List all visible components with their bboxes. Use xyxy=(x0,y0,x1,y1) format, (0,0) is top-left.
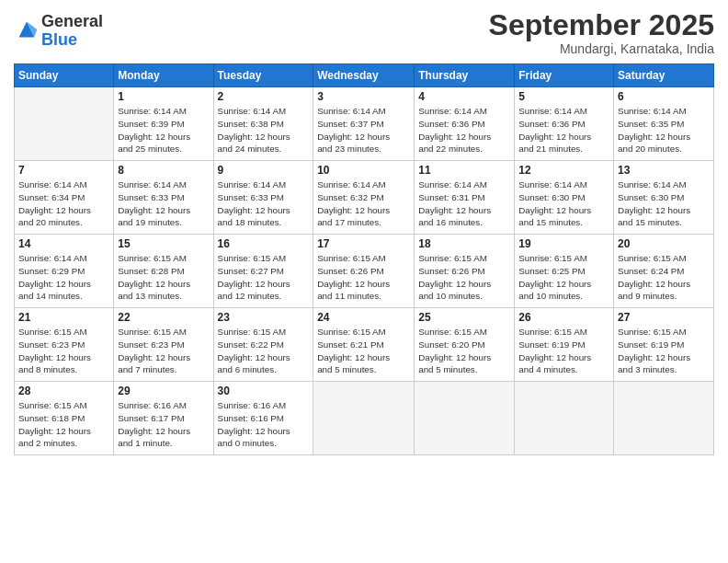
calendar-cell: 7Sunrise: 6:14 AM Sunset: 6:34 PM Daylig… xyxy=(15,161,114,235)
calendar-cell: 6Sunrise: 6:14 AM Sunset: 6:35 PM Daylig… xyxy=(614,87,714,161)
day-info: Sunrise: 6:15 AM Sunset: 6:22 PM Dayligh… xyxy=(218,326,310,376)
calendar-header-row: SundayMondayTuesdayWednesdayThursdayFrid… xyxy=(15,64,714,87)
day-info: Sunrise: 6:14 AM Sunset: 6:33 PM Dayligh… xyxy=(118,178,209,229)
day-number: 22 xyxy=(118,311,209,324)
calendar-cell: 14Sunrise: 6:14 AM Sunset: 6:29 PM Dayli… xyxy=(15,235,114,308)
day-info: Sunrise: 6:15 AM Sunset: 6:25 PM Dayligh… xyxy=(518,252,609,303)
day-info: Sunrise: 6:14 AM Sunset: 6:35 PM Dayligh… xyxy=(618,105,710,155)
day-info: Sunrise: 6:16 AM Sunset: 6:16 PM Dayligh… xyxy=(218,399,310,450)
month-title: September 2025 xyxy=(489,9,714,41)
calendar-cell: 27Sunrise: 6:15 AM Sunset: 6:19 PM Dayli… xyxy=(614,308,714,382)
day-info: Sunrise: 6:15 AM Sunset: 6:19 PM Dayligh… xyxy=(518,326,609,376)
day-number: 9 xyxy=(218,164,310,177)
logo-general-text: General xyxy=(41,13,103,31)
day-number: 21 xyxy=(18,311,109,324)
calendar-cell: 18Sunrise: 6:15 AM Sunset: 6:26 PM Dayli… xyxy=(415,235,515,308)
day-number: 13 xyxy=(618,164,710,177)
calendar-cell: 10Sunrise: 6:14 AM Sunset: 6:32 PM Dayli… xyxy=(313,161,415,235)
logo: General Blue xyxy=(14,13,103,50)
calendar-cell: 19Sunrise: 6:15 AM Sunset: 6:25 PM Dayli… xyxy=(515,235,614,308)
calendar-week-row: 28Sunrise: 6:15 AM Sunset: 6:18 PM Dayli… xyxy=(15,382,714,455)
day-number: 17 xyxy=(317,237,410,250)
day-info: Sunrise: 6:15 AM Sunset: 6:26 PM Dayligh… xyxy=(418,252,510,303)
day-number: 11 xyxy=(418,164,510,177)
logo-blue-text: Blue xyxy=(41,31,103,50)
day-number: 12 xyxy=(518,164,609,177)
day-number: 8 xyxy=(118,164,209,177)
day-info: Sunrise: 6:15 AM Sunset: 6:20 PM Dayligh… xyxy=(418,326,510,376)
day-number: 28 xyxy=(18,385,109,397)
day-number: 23 xyxy=(218,311,310,324)
day-info: Sunrise: 6:14 AM Sunset: 6:30 PM Dayligh… xyxy=(618,178,710,229)
day-number: 16 xyxy=(218,237,310,250)
day-info: Sunrise: 6:14 AM Sunset: 6:32 PM Dayligh… xyxy=(317,178,410,229)
calendar-cell xyxy=(614,382,714,455)
day-number: 14 xyxy=(18,237,109,250)
calendar-cell: 1Sunrise: 6:14 AM Sunset: 6:39 PM Daylig… xyxy=(114,87,213,161)
day-header-sunday: Sunday xyxy=(15,64,114,87)
calendar-table: SundayMondayTuesdayWednesdayThursdayFrid… xyxy=(14,63,714,455)
calendar-cell: 24Sunrise: 6:15 AM Sunset: 6:21 PM Dayli… xyxy=(313,308,415,382)
day-info: Sunrise: 6:14 AM Sunset: 6:30 PM Dayligh… xyxy=(518,178,609,229)
calendar-cell: 13Sunrise: 6:14 AM Sunset: 6:30 PM Dayli… xyxy=(614,161,714,235)
logo-text: General Blue xyxy=(41,13,103,50)
day-number: 3 xyxy=(317,90,410,103)
calendar-cell: 11Sunrise: 6:14 AM Sunset: 6:31 PM Dayli… xyxy=(415,161,515,235)
calendar-cell xyxy=(515,382,614,455)
calendar-week-row: 14Sunrise: 6:14 AM Sunset: 6:29 PM Dayli… xyxy=(15,235,714,308)
day-number: 1 xyxy=(118,90,209,103)
day-number: 18 xyxy=(418,237,510,250)
day-info: Sunrise: 6:15 AM Sunset: 6:23 PM Dayligh… xyxy=(18,326,109,376)
calendar-cell: 5Sunrise: 6:14 AM Sunset: 6:36 PM Daylig… xyxy=(515,87,614,161)
calendar-week-row: 21Sunrise: 6:15 AM Sunset: 6:23 PM Dayli… xyxy=(15,308,714,382)
day-number: 10 xyxy=(317,164,410,177)
calendar-cell: 30Sunrise: 6:16 AM Sunset: 6:16 PM Dayli… xyxy=(213,382,313,455)
day-number: 6 xyxy=(618,90,710,103)
title-block: September 2025 Mundargi, Karnataka, Indi… xyxy=(489,9,714,56)
day-number: 25 xyxy=(418,311,510,324)
day-header-wednesday: Wednesday xyxy=(313,64,415,87)
day-number: 5 xyxy=(518,90,609,103)
day-header-thursday: Thursday xyxy=(415,64,515,87)
day-number: 26 xyxy=(518,311,609,324)
day-info: Sunrise: 6:14 AM Sunset: 6:36 PM Dayligh… xyxy=(518,105,609,155)
calendar-cell: 25Sunrise: 6:15 AM Sunset: 6:20 PM Dayli… xyxy=(415,308,515,382)
calendar-cell: 21Sunrise: 6:15 AM Sunset: 6:23 PM Dayli… xyxy=(15,308,114,382)
day-info: Sunrise: 6:15 AM Sunset: 6:27 PM Dayligh… xyxy=(218,252,310,303)
day-number: 20 xyxy=(618,237,710,250)
calendar-cell xyxy=(313,382,415,455)
calendar-cell: 23Sunrise: 6:15 AM Sunset: 6:22 PM Dayli… xyxy=(213,308,313,382)
calendar-cell: 12Sunrise: 6:14 AM Sunset: 6:30 PM Dayli… xyxy=(515,161,614,235)
day-number: 15 xyxy=(118,237,209,250)
calendar-cell: 20Sunrise: 6:15 AM Sunset: 6:24 PM Dayli… xyxy=(614,235,714,308)
day-info: Sunrise: 6:15 AM Sunset: 6:28 PM Dayligh… xyxy=(118,252,209,303)
day-number: 2 xyxy=(218,90,310,103)
day-number: 4 xyxy=(418,90,510,103)
calendar-cell: 16Sunrise: 6:15 AM Sunset: 6:27 PM Dayli… xyxy=(213,235,313,308)
calendar-cell: 8Sunrise: 6:14 AM Sunset: 6:33 PM Daylig… xyxy=(114,161,213,235)
calendar-cell: 2Sunrise: 6:14 AM Sunset: 6:38 PM Daylig… xyxy=(213,87,313,161)
day-info: Sunrise: 6:14 AM Sunset: 6:29 PM Dayligh… xyxy=(18,252,109,303)
calendar-cell xyxy=(415,382,515,455)
day-header-monday: Monday xyxy=(114,64,213,87)
page: General Blue September 2025 Mundargi, Ka… xyxy=(0,0,728,563)
day-info: Sunrise: 6:14 AM Sunset: 6:33 PM Dayligh… xyxy=(218,178,310,229)
day-header-saturday: Saturday xyxy=(614,64,714,87)
calendar-cell: 9Sunrise: 6:14 AM Sunset: 6:33 PM Daylig… xyxy=(213,161,313,235)
day-info: Sunrise: 6:14 AM Sunset: 6:36 PM Dayligh… xyxy=(418,105,510,155)
calendar-cell xyxy=(15,87,114,161)
calendar-cell: 28Sunrise: 6:15 AM Sunset: 6:18 PM Dayli… xyxy=(15,382,114,455)
day-info: Sunrise: 6:14 AM Sunset: 6:39 PM Dayligh… xyxy=(118,105,209,155)
day-info: Sunrise: 6:16 AM Sunset: 6:17 PM Dayligh… xyxy=(118,399,209,450)
day-info: Sunrise: 6:15 AM Sunset: 6:21 PM Dayligh… xyxy=(317,326,410,376)
calendar-cell: 29Sunrise: 6:16 AM Sunset: 6:17 PM Dayli… xyxy=(114,382,213,455)
calendar-cell: 22Sunrise: 6:15 AM Sunset: 6:23 PM Dayli… xyxy=(114,308,213,382)
day-info: Sunrise: 6:15 AM Sunset: 6:26 PM Dayligh… xyxy=(317,252,410,303)
day-number: 29 xyxy=(118,385,209,397)
day-info: Sunrise: 6:15 AM Sunset: 6:18 PM Dayligh… xyxy=(18,399,109,450)
calendar-cell: 3Sunrise: 6:14 AM Sunset: 6:37 PM Daylig… xyxy=(313,87,415,161)
logo-icon xyxy=(14,17,40,42)
day-number: 27 xyxy=(618,311,710,324)
day-info: Sunrise: 6:14 AM Sunset: 6:34 PM Dayligh… xyxy=(18,178,109,229)
day-info: Sunrise: 6:15 AM Sunset: 6:19 PM Dayligh… xyxy=(618,326,710,376)
